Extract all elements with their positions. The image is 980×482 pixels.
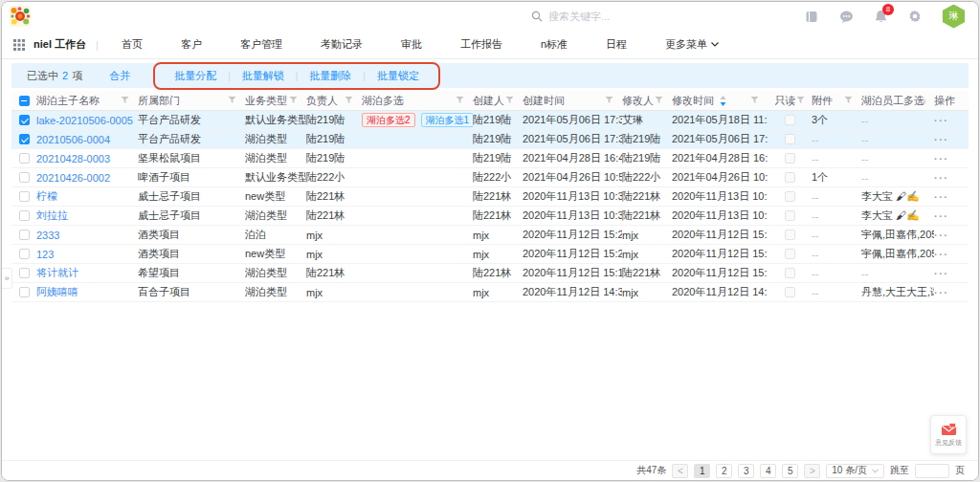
row-checkbox[interactable] (19, 287, 30, 297)
notebook-icon[interactable] (805, 11, 818, 23)
readonly-checkbox[interactable] (785, 172, 795, 183)
row-checkbox[interactable] (19, 153, 30, 164)
merge-button[interactable]: 合并 (109, 69, 130, 83)
nav-item-6[interactable]: 工作报告 (441, 37, 522, 52)
batch-action-2[interactable]: 批量解锁 (242, 69, 284, 83)
column-label-wrap: 负责人 (306, 94, 338, 108)
readonly-checkbox[interactable] (785, 191, 795, 202)
row-actions-menu[interactable]: ··· (934, 153, 949, 164)
filter-icon[interactable] (456, 95, 464, 106)
row-actions-menu[interactable]: ··· (934, 268, 949, 279)
table-row: 123酒类项目new类型mjxmjx2020年11月12日 15:25mjx20… (11, 245, 969, 264)
batch-action-4[interactable]: 批量锁定 (377, 69, 419, 83)
readonly-checkbox[interactable] (785, 210, 795, 221)
filter-icon[interactable] (655, 95, 663, 106)
feedback-button[interactable]: 意见反馈 (930, 415, 967, 454)
batch-action-3[interactable]: 批量删除 (309, 69, 351, 83)
search-box[interactable] (531, 11, 673, 22)
nav-item-7[interactable]: n标准 (522, 37, 587, 52)
record-name-link[interactable]: 阿姨嘻嘻 (36, 286, 78, 297)
record-name-link[interactable]: 柠檬 (36, 190, 57, 202)
filter-icon[interactable] (289, 95, 298, 106)
nav-item-5[interactable]: 审批 (382, 37, 441, 52)
readonly-checkbox[interactable] (785, 134, 795, 144)
row-actions-menu[interactable]: ··· (934, 172, 949, 184)
record-name-link[interactable]: 20210506-0004 (36, 134, 110, 145)
cell-modified: 2020年11月12日 14:38 (672, 285, 768, 299)
column-label: 操作 (934, 94, 955, 108)
record-name-link[interactable]: 将计就计 (36, 267, 78, 278)
next-page-button[interactable]: > (804, 464, 820, 478)
panel-expand-handle[interactable]: » (2, 268, 12, 289)
page-button-4[interactable]: 4 (760, 464, 776, 478)
settings-icon[interactable] (908, 10, 922, 23)
sort-icon[interactable] (720, 96, 726, 106)
nav-item-1[interactable]: 首页 (102, 37, 162, 52)
record-name-link[interactable]: 20210426-0002 (36, 172, 110, 184)
search-input[interactable] (548, 11, 673, 22)
record-name-link[interactable]: 2333 (36, 230, 59, 241)
app-logo[interactable] (10, 6, 31, 27)
batch-action-1[interactable]: 批量分配 (174, 69, 216, 83)
workspace-title[interactable]: niel 工作台 (33, 37, 86, 52)
cell-modifier: mjx (622, 230, 672, 241)
page-button-3[interactable]: 3 (738, 464, 754, 478)
messages-icon[interactable] (839, 11, 854, 23)
notifications-icon[interactable]: 8 (875, 10, 887, 23)
record-name-link[interactable]: lake-20210506-0005 (36, 115, 133, 126)
page-button-5[interactable]: 5 (782, 464, 798, 478)
cell-modifier: 陆222小 (622, 170, 672, 185)
row-actions-menu[interactable]: ··· (934, 191, 949, 203)
jump-page-input[interactable] (915, 464, 949, 478)
readonly-checkbox[interactable] (785, 153, 795, 164)
row-actions-menu[interactable]: ··· (934, 230, 949, 241)
filter-icon[interactable] (844, 95, 853, 106)
record-name-link[interactable]: 123 (36, 249, 54, 260)
nav-item-8[interactable]: 日程 (587, 37, 646, 52)
row-checkbox[interactable] (19, 230, 30, 240)
select-all-checkbox[interactable] (19, 96, 30, 106)
row-actions-menu[interactable]: ··· (934, 249, 949, 260)
page-button-1[interactable]: 1 (694, 464, 710, 478)
row-checkbox[interactable] (19, 268, 30, 278)
cell-attach: 3个 (812, 113, 861, 127)
readonly-checkbox[interactable] (785, 115, 795, 125)
filter-icon[interactable] (228, 95, 236, 106)
batch-actions-group: 批量分配|批量解锁|批量删除|批量锁定 (157, 69, 436, 83)
row-checkbox[interactable] (19, 210, 30, 221)
record-name-link[interactable]: 20210428-0003 (36, 153, 110, 164)
record-name-link[interactable]: 刘拉拉 (36, 209, 68, 221)
readonly-checkbox[interactable] (785, 287, 795, 297)
nav-item-4[interactable]: 考勤记录 (301, 37, 382, 52)
column-label: 创建时间 (523, 94, 565, 108)
column-label-wrap: 操作 (934, 94, 955, 108)
row-actions-menu[interactable]: ··· (934, 287, 949, 298)
filter-icon[interactable] (750, 95, 759, 106)
readonly-checkbox[interactable] (785, 230, 795, 240)
cell-attach: -- (812, 249, 861, 260)
avatar[interactable]: 琳 (943, 5, 965, 29)
nav-item-3[interactable]: 客户管理 (221, 37, 301, 52)
readonly-checkbox[interactable] (785, 249, 795, 259)
nav-more-menu[interactable]: 更多菜单 (646, 37, 724, 52)
apps-grid-icon[interactable] (13, 39, 25, 51)
page-button-2[interactable]: 2 (716, 464, 732, 478)
row-checkbox[interactable] (19, 191, 30, 202)
filter-icon[interactable] (796, 95, 805, 106)
row-actions-menu[interactable]: ··· (934, 115, 949, 126)
filter-icon[interactable] (505, 95, 514, 106)
filter-icon[interactable] (121, 95, 129, 106)
filter-icon[interactable] (605, 95, 613, 106)
readonly-checkbox[interactable] (785, 268, 795, 278)
page-size-select[interactable]: 10 条/页 (826, 464, 884, 478)
row-actions-menu[interactable]: ··· (934, 210, 949, 222)
row-checkbox[interactable] (19, 249, 30, 259)
row-checkbox[interactable] (19, 115, 30, 125)
prev-page-button[interactable]: < (672, 464, 688, 478)
nav-item-2[interactable]: 客户 (162, 37, 221, 52)
row-checkbox[interactable] (19, 172, 30, 183)
cell-attach: -- (812, 191, 861, 203)
filter-icon[interactable] (345, 95, 353, 106)
row-actions-menu[interactable]: ··· (934, 134, 949, 145)
row-checkbox[interactable] (19, 134, 30, 144)
